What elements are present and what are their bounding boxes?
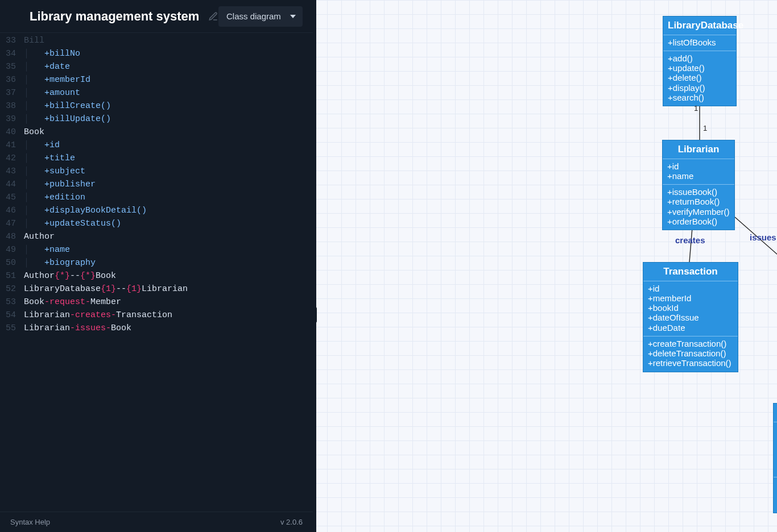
svg-line-2 bbox=[735, 217, 777, 267]
class-node-librarian[interactable]: Librarian+id+name+issueBook()+returnBook… bbox=[662, 140, 735, 230]
class-title: Transaction bbox=[643, 263, 738, 281]
panel-divider[interactable] bbox=[313, 0, 316, 532]
class-node-transaction[interactable]: Transaction+id+memberId+bookId+dateOfIss… bbox=[643, 262, 738, 372]
code-editor[interactable]: 33Bill34│ +billNo35│ +date36│ +memberId3… bbox=[0, 33, 313, 512]
syntax-help-link[interactable]: Syntax Help bbox=[10, 518, 50, 526]
class-title: LibraryDatabase bbox=[663, 16, 736, 35]
class-operations: +issueBook()+returnBook()+totalCheckedou… bbox=[774, 477, 777, 513]
class-attributes: +id+dateOfMembership+maxBookLimit+name+a… bbox=[774, 422, 777, 477]
class-operations: +createTransaction()+deleteTransaction()… bbox=[643, 336, 738, 372]
relation-label: creates bbox=[675, 235, 705, 245]
divider-handle-icon[interactable] bbox=[313, 307, 317, 323]
multiplicity-label: 1 bbox=[703, 124, 707, 132]
relation-label: issues bbox=[750, 232, 776, 242]
class-node-member[interactable]: Member+id+dateOfMembership+maxBookLimit+… bbox=[773, 403, 777, 513]
edit-title-icon[interactable] bbox=[208, 11, 218, 22]
class-attributes: +id+memberId+bookId+dateOfIssue+dueDate bbox=[643, 281, 738, 336]
class-title: Librarian bbox=[663, 140, 734, 159]
class-attributes: +listOfBooks bbox=[663, 35, 736, 51]
editor-footer: Syntax Help v 2.0.6 bbox=[0, 512, 313, 532]
diagram-type-select[interactable]: Class diagram bbox=[218, 6, 303, 27]
class-operations: +issueBook()+returnBook()+verifyMember()… bbox=[663, 184, 734, 230]
class-title: Member bbox=[774, 404, 777, 422]
class-attributes: +id+name bbox=[663, 159, 734, 185]
class-node-librarydatabase[interactable]: LibraryDatabase+listOfBooks+add()+update… bbox=[663, 16, 737, 106]
class-operations: +add()+update()+delete()+display()+searc… bbox=[663, 51, 736, 106]
version-label: v 2.0.6 bbox=[280, 518, 303, 526]
chevron-down-icon bbox=[290, 15, 296, 18]
diagram-type-label: Class diagram bbox=[226, 11, 281, 21]
multiplicity-label: 1 bbox=[694, 104, 698, 113]
editor-panel: Library management system Class diagram … bbox=[0, 0, 313, 532]
header-bar: Library management system Class diagram bbox=[0, 0, 313, 33]
page-title: Library management system bbox=[30, 9, 204, 24]
diagram-canvas[interactable]: LibraryDatabase+listOfBooks+add()+update… bbox=[313, 0, 777, 532]
